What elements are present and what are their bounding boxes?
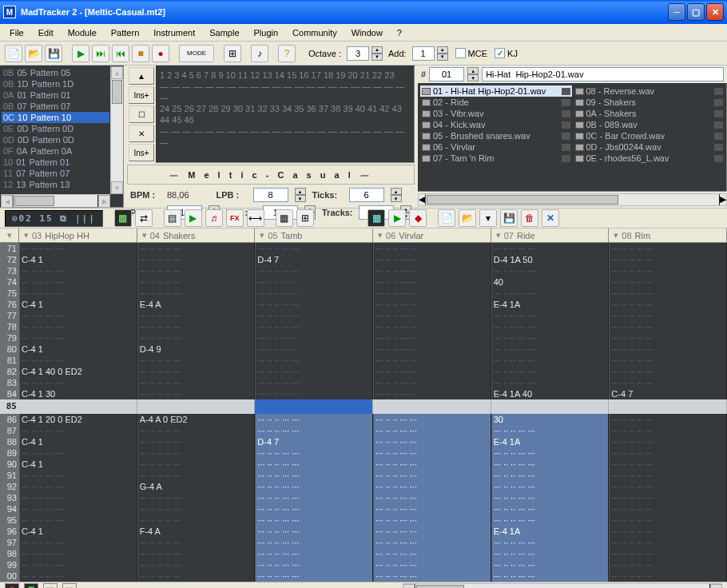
play-pattern-button[interactable]: ⏭ [92,45,109,62]
close-button[interactable]: ✕ [706,3,724,21]
pattern-row[interactable]: 1107Pattern 07 [2,168,109,179]
pt-pan[interactable]: ⟷ [247,209,264,227]
ticks-spinner[interactable]: ▲▼ [391,188,402,202]
sample-row[interactable]: 01 - Hi-Hat Hip-Hop2-01.wav [420,85,572,97]
track-column[interactable]: ··· ·· ·· ··· ······ ·· ·· ··· ······ ··… [609,414,727,582]
sample-row[interactable]: 04 - Kick.wav [420,119,572,130]
sample-row[interactable]: 07 - Tam 'n Rim [420,153,572,164]
tool-1[interactable]: ⊞ [224,45,241,62]
sample-row[interactable]: 0B - 089.wav [574,119,725,130]
sample-row[interactable]: 05 - Brushed snares.wav [420,130,572,141]
view-3[interactable]: EQ [43,583,58,588]
track-header[interactable]: ▾08Rim [609,228,727,242]
pattern-list[interactable]: 0B05Pattern 050B1DPattern 1D0A01Pattern … [0,66,124,208]
smp-open[interactable]: 📂 [459,209,476,227]
sample-row[interactable]: 0A - Shakers [574,108,725,119]
pattern-row[interactable]: 1001Pattern 01 [2,157,109,168]
menu-pattern[interactable]: Pattern [105,26,145,39]
record-button[interactable]: ● [152,45,169,62]
smp-close[interactable]: ✕ [542,209,559,227]
play-loop-button[interactable]: ⏮ [112,45,129,62]
play-button[interactable]: ▶ [72,45,89,62]
pt-tool-4[interactable]: ▦ [276,209,293,227]
smp-save[interactable]: 💾 [500,209,518,227]
tool-2[interactable]: ♪ [251,45,268,62]
menu-module[interactable]: Module [62,26,103,39]
pattern-scroll-h[interactable]: ◀▶ [1,194,110,207]
sample-row[interactable]: 09 - Shakers [574,97,725,108]
smp-play[interactable]: ▶ [388,209,406,227]
sample-scroll-h[interactable]: ◀▶ [418,193,727,206]
tool-3[interactable]: ? [278,45,296,62]
view-4[interactable]: EQ [62,583,77,588]
seq-button[interactable]: ▲ [129,67,154,85]
seq-button[interactable]: ✕ [129,125,154,142]
view-1[interactable]: ◉ [5,583,19,588]
menu-sample[interactable]: Sample [203,26,245,39]
pattern-row[interactable]: 0B1DPattern 1D [2,78,109,89]
track-column[interactable]: ··· ·· ·· ··· ······ ·· ·· ··· ······ ··… [137,243,256,399]
sample-row[interactable]: 02 - Ride [420,97,572,108]
lpb-spinner[interactable]: ▲▼ [295,188,306,202]
track-header[interactable]: ▾05Tamb [255,228,373,242]
pt-eq[interactable]: ♬ [205,209,223,227]
smp-new[interactable]: 📄 [438,209,455,227]
pattern-row[interactable]: 0B05Pattern 05 [2,67,109,78]
smp-tool-1[interactable]: ▦ [367,209,385,227]
pattern-row[interactable]: 0B07Pattern 07 [2,101,109,112]
sample-name-input[interactable] [482,67,724,81]
sample-num[interactable]: 01 [429,67,464,81]
track-column[interactable]: ··· ·· ·· ··· ···D-4 1A 50··· ·· ·· ··· … [491,243,610,399]
sample-row[interactable]: 0E - rhodes56_L.wav [574,153,725,164]
minimize-button[interactable]: ─ [668,3,685,21]
pattern-row[interactable]: 0A01Pattern 01 [2,89,109,101]
track-column[interactable]: 30··· ·· ·· ··· ···E-4 1A··· ·· ·· ··· ·… [491,414,610,582]
sample-row[interactable]: 06 - Virvlar [420,141,572,153]
pt-play[interactable]: ▶ [185,209,202,227]
track-header[interactable]: ▾03HipHop HH [19,228,137,242]
stop-button[interactable]: ■ [132,45,149,62]
track-header[interactable]: ▾04Shakers [137,228,256,242]
menu-instrument[interactable]: Instrument [147,26,201,39]
octave-input[interactable] [347,46,369,61]
pt-tool-2[interactable]: ⇄ [135,209,153,227]
seq-button[interactable]: ☐ [129,105,154,123]
add-spinner[interactable]: ▲▼ [437,46,448,61]
view-2[interactable]: ▦ [24,583,38,588]
track-column[interactable]: C-4 1 20 0 ED2··· ·· ·· ··· ···C-4 1··· … [19,414,137,582]
menu-edit[interactable]: Edit [32,26,60,39]
menu-window[interactable]: Window [345,26,389,39]
add-input[interactable] [412,46,435,61]
sample-spinner[interactable]: ▲▼ [467,67,479,81]
smp-drop[interactable]: ▾ [479,209,497,227]
track-column[interactable]: A-4 A 0 ED2··· ·· ·· ··· ······ ·· ·· ··… [137,414,256,582]
pattern-row[interactable]: 1213Pattern 13 [2,179,109,190]
menu-community[interactable]: Community [286,26,344,39]
mce-checkbox[interactable] [455,48,466,58]
sample-list[interactable]: 01 - Hi-Hat Hip-Hop2-01.wav02 - Ride03 -… [418,83,727,192]
sample-row[interactable]: 03 - Vibr.wav [420,108,572,119]
row-menu-icon[interactable]: ▾ [7,230,12,240]
octave-spinner[interactable]: ▲▼ [371,46,383,61]
ticks-input[interactable]: 6 [349,188,384,202]
track-column[interactable]: ··· ·· ·· ··· ······ ·· ·· ··· ······ ··… [373,243,491,399]
track-column[interactable]: ··· ·· ·· ··· ······ ·· ·· ··· ······ ··… [609,243,727,399]
pattern-scroll-h[interactable]: ◀▶ [403,583,722,589]
pt-tool-5[interactable]: ⊞ [296,209,314,227]
pattern-row[interactable]: 0F0APattern 0A [2,145,109,157]
sample-row[interactable]: 0C - Bar Crowd.wav [574,130,725,141]
pattern-scroll-v[interactable]: ▲ ▼ [110,66,123,194]
maximize-button[interactable]: ▢ [687,3,705,21]
kj-checkbox[interactable]: ✓ [495,48,505,58]
new-button[interactable]: 📄 [5,45,22,62]
open-button[interactable]: 📂 [25,45,42,62]
menu-?[interactable]: ? [391,26,408,39]
track-column[interactable]: ··· ·· ·· ··· ···D-4 7··· ·· ·· ··· ····… [255,243,373,399]
pt-tool-3[interactable]: ▤ [164,209,181,227]
sample-row[interactable]: 0D - Jbs00244.wav [574,141,725,153]
pattern-row[interactable]: 0C10Pattern 10 [2,112,109,123]
lpb-input[interactable]: 8 [253,188,288,202]
seq-button[interactable]: Ins+ [129,144,154,161]
menu-file[interactable]: File [3,26,30,39]
sample-row[interactable]: 08 - Reverse.wav [574,85,725,97]
